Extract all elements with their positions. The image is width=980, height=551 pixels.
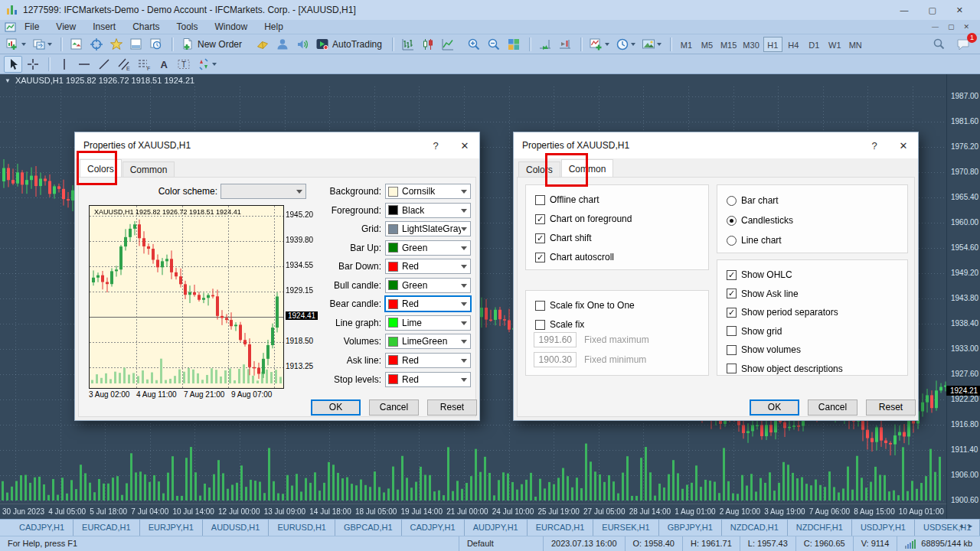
chart-collapse-icon[interactable]: ▼ [5,77,11,84]
reset-button[interactable]: Reset [427,399,477,416]
color-select[interactable]: LightSlateGray [385,221,471,236]
tile-windows-button[interactable] [505,36,523,53]
expert-advisors-button[interactable] [273,36,292,53]
menu-item[interactable]: Tools [168,20,207,34]
checkbox-row[interactable]: ✓ Chart autoscroll [535,251,614,263]
timeframe-button[interactable]: H4 [784,37,803,52]
fixed-maximum-input[interactable]: 1991.60 [534,332,577,347]
menu-item[interactable]: Charts [124,20,168,34]
timeframe-button[interactable]: M15 [718,37,739,52]
color-select[interactable]: Red [385,296,471,311]
trendline-button[interactable] [95,56,113,73]
vertical-line-button[interactable] [55,56,74,73]
radio-row[interactable]: Candlesticks [727,214,793,227]
chart-tab[interactable]: GBPCAD,H1 [335,520,402,536]
menu-item[interactable]: Help [256,20,292,34]
color-select[interactable]: Green [385,240,471,256]
checkbox-row[interactable]: ✓ Offline chart [535,194,599,206]
color-scheme-select[interactable] [220,184,306,199]
terminal-button[interactable] [127,36,145,53]
checkbox-row[interactable]: ✓ Show OHLC [727,269,792,281]
checkbox-row[interactable]: ✓ Chart shift [535,232,592,244]
templates-button[interactable] [639,36,664,53]
channel-button[interactable]: E [115,56,133,73]
timeframe-button[interactable]: D1 [805,37,824,52]
chart-tab[interactable]: EURSEK,H1 [593,520,658,536]
checkbox-row[interactable]: ✓ Show volumes [727,344,801,356]
chart-tab[interactable]: NZDCAD,H1 [722,520,788,536]
menu-item[interactable]: Window [207,20,256,34]
chart-window-icon[interactable] [5,22,16,32]
checkbox-row[interactable]: ✓ Show period separators [727,306,838,318]
zoom-in-button[interactable] [465,36,483,53]
chart-tab[interactable]: EURUSD,H1 [269,520,335,536]
tab-common[interactable]: Common [122,161,175,177]
checkbox-row[interactable]: ✓ Show grid [727,325,782,337]
horizontal-line-button[interactable] [75,56,93,73]
chart-tab[interactable]: EURJPY,H1 [140,520,203,536]
dialog-close-button[interactable]: ✕ [450,140,479,152]
candlesticks-button[interactable] [419,36,437,53]
bar-chart-button[interactable] [399,36,417,53]
fibonacci-button[interactable]: F [135,56,153,73]
ok-button[interactable]: OK [750,399,799,416]
chart-tab[interactable]: EURCAD,H1 [74,520,140,536]
checkbox-row[interactable]: ✓ Show Ask line [727,288,799,300]
market-watch-button[interactable] [67,36,86,53]
line-chart-button[interactable] [439,36,457,53]
time-axis[interactable]: 30 Jun 20234 Jul 05:005 Jul 18:007 Jul 0… [0,504,946,519]
chart-tab[interactable]: AUDJPY,H1 [465,520,528,536]
timeframe-button[interactable]: M1 [677,37,696,52]
radio-row[interactable]: Bar chart [727,194,779,207]
cursor-button[interactable] [4,56,22,73]
arrows-button[interactable] [194,56,219,73]
maximize-icon[interactable]: ▢ [928,5,936,15]
color-select[interactable]: LimeGreen [385,334,471,349]
child-restore-icon[interactable]: ▢ [948,23,955,31]
color-select[interactable]: Lime [385,315,471,331]
profiles-button[interactable] [30,36,54,53]
color-select[interactable]: Black [385,203,471,218]
dialog-close-button[interactable]: ✕ [889,140,918,152]
new-chart-button[interactable] [4,36,28,53]
depth-of-market-button[interactable] [253,36,272,53]
timeframe-button[interactable]: M5 [697,37,717,52]
new-order-button[interactable]: New Order [178,36,246,53]
scroll-right-icon[interactable]: ▸ [969,522,972,530]
dialog-title-bar[interactable]: Properties of XAUUSD,H1 ? ✕ [75,132,479,158]
chart-tab[interactable]: USDJPY,H1 [852,520,915,536]
menu-item[interactable]: View [47,20,84,34]
menu-item[interactable]: File [16,20,47,34]
radio-row[interactable]: Line chart [727,234,782,246]
reset-button[interactable]: Reset [866,399,916,416]
checkbox-row[interactable]: ✓ Chart on foreground [535,213,632,225]
indicators-button[interactable] [587,36,612,53]
crosshair-button[interactable] [24,56,42,73]
autotrading-button[interactable]: AutoTrading [313,36,386,53]
checkbox-row[interactable]: ✓ Scale fix [535,318,584,331]
signals-button[interactable] [293,36,312,53]
chart-tab[interactable]: AUDUSD,H1 [203,520,270,536]
dialog-help-button[interactable]: ? [421,140,450,152]
timeframe-button[interactable]: MN [846,37,865,52]
color-select[interactable]: Red [385,353,471,368]
chart-tab[interactable]: NZDCHF,H1 [788,520,852,536]
notifications-button[interactable]: 1 [954,36,972,53]
status-profile[interactable]: Default [459,536,543,551]
color-select[interactable]: Red [385,259,471,274]
chart-tab[interactable]: CADJPY,H1 [11,520,74,536]
child-close-icon[interactable]: ✕ [963,23,969,31]
timeframe-button[interactable]: H1 [763,37,782,52]
dialog-help-button[interactable]: ? [860,140,889,152]
timeframe-button[interactable]: W1 [825,37,844,52]
search-button[interactable] [929,36,948,53]
text-label-button[interactable]: T [175,56,193,73]
chart-shift-button[interactable] [556,36,574,53]
fixed-minimum-input[interactable]: 1900.30 [534,352,577,367]
color-select[interactable]: Red [385,372,471,387]
auto-scroll-button[interactable] [536,36,554,53]
color-select[interactable]: Green [385,278,471,293]
strategy-tester-button[interactable] [147,36,165,53]
checkbox-row[interactable]: ✓ Show object descriptions [727,363,843,375]
menu-item[interactable]: Insert [84,20,124,34]
